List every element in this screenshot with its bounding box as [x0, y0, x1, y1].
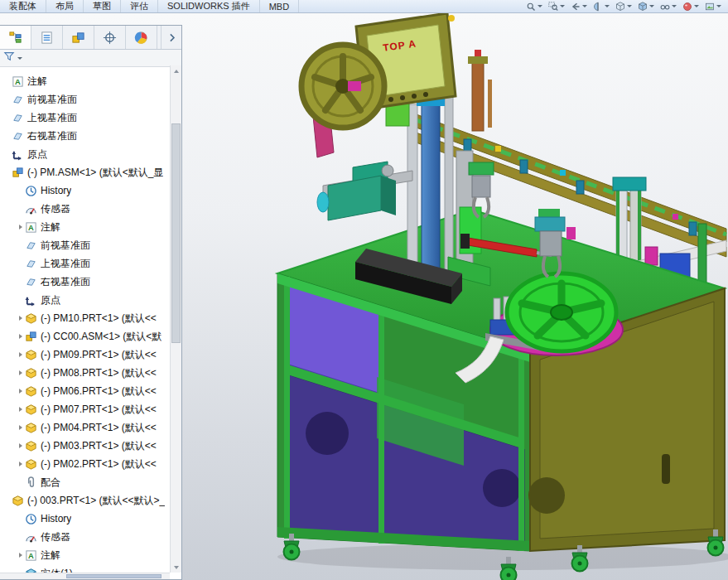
filter-funnel-icon[interactable]	[3, 51, 15, 65]
part-icon	[25, 312, 37, 325]
scroll-down-icon[interactable]	[171, 562, 181, 573]
tree-item[interactable]: (-) PM07.PRT<1> (默认<<	[0, 400, 168, 418]
propertymanager-tab[interactable]	[31, 26, 63, 49]
tree-item[interactable]: 原点	[0, 145, 168, 163]
zoom-fit-button[interactable]	[524, 1, 544, 12]
mates-icon	[25, 476, 37, 489]
dropdown-chevron-icon[interactable]	[672, 5, 677, 7]
dimxpert-tab[interactable]	[94, 26, 126, 49]
section-view-button[interactable]	[591, 1, 611, 12]
dropdown-chevron-icon[interactable]	[694, 5, 699, 7]
expand-arrow-icon[interactable]	[17, 553, 25, 558]
expand-arrow-icon[interactable]	[17, 352, 25, 357]
expand-arrow-icon[interactable]	[17, 370, 25, 375]
tree-item[interactable]: 前视基准面	[0, 236, 168, 254]
reel-right[interactable]	[507, 273, 616, 351]
tree-item-label: (-) PM08.PRT<1> (默认<<	[41, 366, 157, 380]
filter-dropdown-chevron-icon[interactable]	[17, 57, 22, 60]
sensors-icon	[25, 531, 37, 544]
expand-arrow-icon[interactable]	[17, 425, 25, 430]
zoom-area-button[interactable]	[547, 1, 566, 12]
tree-item[interactable]: A注解	[0, 218, 168, 236]
dropdown-chevron-icon[interactable]	[582, 5, 587, 7]
tree-item-label: History	[41, 185, 71, 196]
dropdown-chevron-icon[interactable]	[538, 5, 542, 7]
tree-item[interactable]: (-) 003.PRT<1> (默认<<默认>_	[0, 491, 168, 510]
previous-view-button[interactable]	[569, 1, 589, 12]
tree-item[interactable]: (-) PM.ASM<1> (默认<默认_显	[0, 163, 168, 181]
ribbon-tab[interactable]: 评估	[121, 0, 158, 12]
apply-scene-button[interactable]	[703, 1, 723, 12]
tree-item[interactable]: 前视基准面	[0, 90, 168, 109]
tree-item[interactable]: (-) PM02.PRT<1> (默认<<	[0, 455, 168, 473]
expand-arrow-icon[interactable]	[17, 389, 25, 394]
expand-arrow-icon[interactable]	[17, 316, 25, 321]
dropdown-chevron-icon[interactable]	[560, 5, 565, 7]
tree-item[interactable]: 传感器	[0, 200, 168, 218]
panel-collapse-button[interactable]	[161, 26, 181, 49]
edit-appearance-icon	[682, 2, 692, 12]
vertical-scroll-thumb[interactable]	[171, 123, 181, 343]
plane-icon	[12, 130, 24, 143]
tree-item[interactable]: (-) PM04.PRT<1> (默认<<	[0, 418, 168, 437]
tree-item[interactable]: 上视基准面	[0, 254, 168, 273]
tree-item[interactable]: 传感器	[0, 528, 168, 546]
tree-item[interactable]: 上视基准面	[0, 109, 168, 127]
expand-arrow-icon[interactable]	[17, 462, 25, 466]
part-icon	[12, 495, 24, 507]
view-orientation-button[interactable]	[614, 1, 634, 12]
expand-arrow-icon[interactable]	[17, 443, 25, 448]
expand-arrow-icon[interactable]	[17, 225, 25, 230]
tree-item[interactable]: 配合	[0, 473, 168, 491]
configurationmanager-tab[interactable]	[63, 26, 94, 49]
tree-item[interactable]: (-) PM03.PRT<1> (默认<<	[0, 437, 168, 455]
dimxpert-icon	[103, 31, 117, 45]
tree-item-label: 注解	[41, 549, 60, 563]
plane-icon	[25, 258, 37, 270]
tree-item[interactable]: A注解	[0, 546, 168, 564]
tree-item[interactable]: History	[0, 510, 168, 528]
scroll-up-icon[interactable]	[171, 65, 181, 76]
assembly-icon	[12, 167, 24, 179]
tree-horizontal-scrollbar[interactable]	[0, 573, 170, 579]
origin-icon	[25, 294, 37, 307]
tree-item-label: (-) PM10.PRT<1> (默认<<	[41, 312, 157, 326]
ribbon-tab[interactable]: 布局	[46, 0, 84, 12]
tree-item[interactable]: 原点	[0, 291, 168, 309]
dropdown-chevron-icon[interactable]	[716, 5, 721, 7]
featuremanager-tab[interactable]	[0, 26, 31, 49]
tree-item[interactable]: 右视基准面	[0, 273, 168, 291]
tree-item[interactable]: (-) PM06.PRT<1> (默认<<	[0, 382, 168, 400]
tree-item[interactable]: History	[0, 181, 168, 200]
ribbon-tab[interactable]: SOLIDWORKS 插件	[158, 0, 260, 12]
feature-tree-filter[interactable]	[0, 50, 181, 67]
feature-tree: A注解前视基准面上视基准面右视基准面原点(-) PM.ASM<1> (默认<默认…	[0, 67, 181, 579]
edit-appearance-button[interactable]	[681, 1, 701, 12]
ribbon-tab[interactable]: 草图	[84, 0, 121, 12]
dropdown-chevron-icon[interactable]	[627, 5, 632, 7]
ribbon-tab[interactable]: MBD	[260, 0, 299, 12]
display-style-button[interactable]	[636, 1, 656, 12]
tree-item[interactable]: (-) PM08.PRT<1> (默认<<	[0, 364, 168, 382]
reel-left[interactable]	[301, 45, 384, 157]
dropdown-chevron-icon[interactable]	[649, 5, 654, 7]
tree-vertical-scrollbar[interactable]	[170, 65, 181, 573]
ribbon-tab-strip: 装配体布局草图评估SOLIDWORKS 插件MBD	[0, 0, 299, 12]
tree-item[interactable]: (-) CC00.ASM<1> (默认<默	[0, 327, 168, 346]
apply-scene-icon	[705, 2, 715, 12]
tree-item[interactable]: (-) PM10.PRT<1> (默认<<	[0, 309, 168, 327]
tree-item[interactable]: (-) PM09.PRT<1> (默认<<	[0, 346, 168, 364]
horizontal-scroll-thumb[interactable]	[66, 574, 162, 578]
tree-item[interactable]: 右视基准面	[0, 127, 168, 145]
hide-show-button[interactable]	[658, 1, 678, 12]
ribbon-tab[interactable]: 装配体	[0, 0, 46, 12]
tree-item[interactable]: A注解	[0, 72, 168, 90]
plane-icon	[25, 276, 37, 288]
tree-item-label: (-) PM03.PRT<1> (默认<<	[41, 439, 157, 453]
displaymanager-tab[interactable]	[126, 26, 157, 49]
tree-item-label: 注解	[27, 75, 47, 89]
expand-arrow-icon[interactable]	[17, 334, 25, 339]
command-manager-ribbon: 装配体布局草图评估SOLIDWORKS 插件MBD	[0, 0, 728, 13]
dropdown-chevron-icon[interactable]	[605, 5, 610, 7]
expand-arrow-icon[interactable]	[17, 407, 25, 412]
